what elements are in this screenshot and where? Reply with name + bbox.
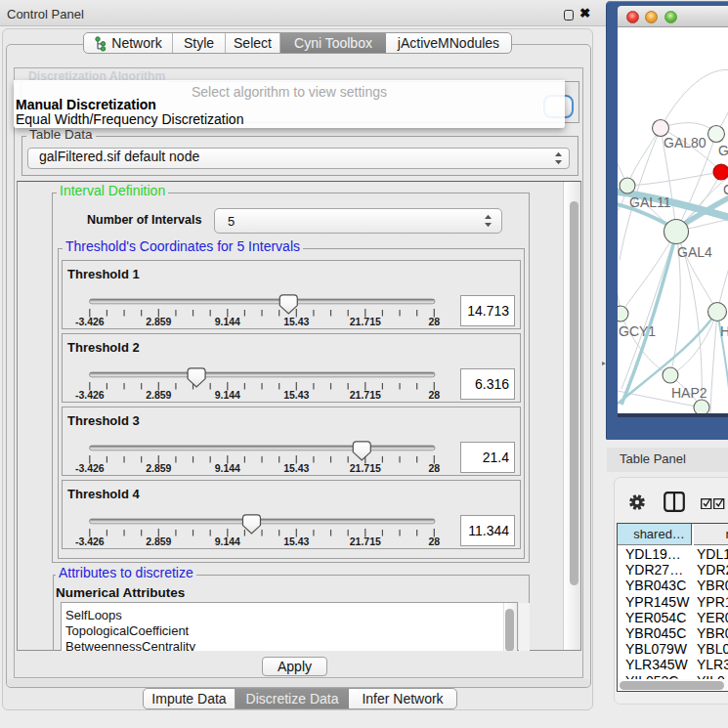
svg-text:GAL11: GAL11: [629, 194, 671, 210]
svg-text:HAP2: HAP2: [671, 385, 707, 401]
svg-text:15.43: 15.43: [283, 535, 309, 547]
svg-text:9.144: 9.144: [215, 316, 240, 327]
svg-text:C: C: [723, 182, 728, 197]
svg-text:2.859: 2.859: [146, 535, 171, 547]
svg-text:15.43: 15.43: [283, 389, 309, 401]
svg-text:28: 28: [428, 316, 440, 327]
svg-text:GCY1: GCY1: [619, 323, 656, 339]
svg-text:-3.426: -3.426: [75, 389, 105, 401]
svg-text:9.144: 9.144: [215, 462, 240, 474]
svg-text:21.715: 21.715: [350, 535, 381, 547]
svg-text:-3.426: -3.426: [75, 316, 105, 327]
svg-text:-3.426: -3.426: [75, 535, 105, 547]
svg-text:21.715: 21.715: [350, 316, 381, 327]
svg-text:GAL80: GAL80: [664, 135, 707, 150]
svg-text:9.144: 9.144: [215, 389, 240, 401]
svg-text:9.144: 9.144: [215, 535, 240, 547]
svg-text:H: H: [720, 323, 728, 339]
svg-text:28: 28: [428, 389, 440, 401]
svg-text:15.43: 15.43: [283, 316, 309, 327]
svg-text:GAL4: GAL4: [677, 244, 712, 260]
svg-text:21.715: 21.715: [350, 462, 381, 474]
svg-text:15.43: 15.43: [283, 462, 309, 474]
svg-text:2.859: 2.859: [146, 389, 171, 401]
svg-text:GA: GA: [718, 143, 728, 158]
svg-text:2.859: 2.859: [146, 316, 171, 327]
svg-text:28: 28: [428, 462, 440, 474]
svg-text:-3.426: -3.426: [75, 462, 105, 474]
svg-text:2.859: 2.859: [146, 462, 171, 474]
svg-text:21.715: 21.715: [350, 389, 381, 401]
svg-text:28: 28: [428, 535, 440, 547]
